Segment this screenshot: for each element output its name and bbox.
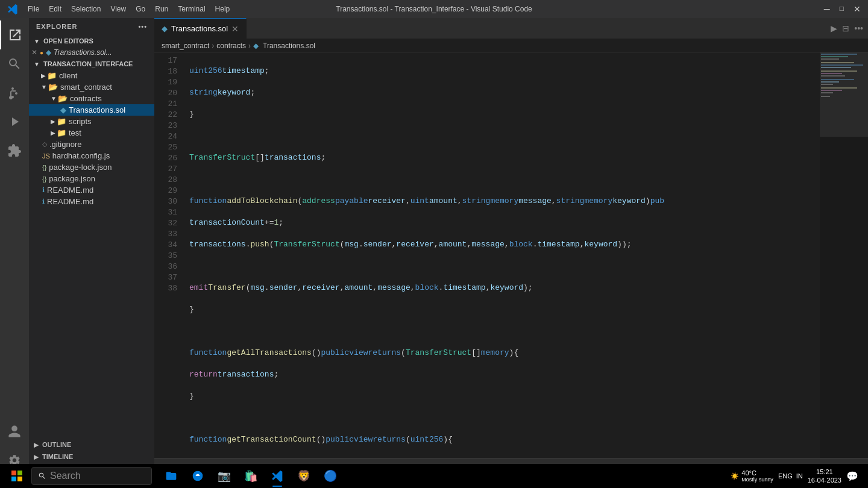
tab-transactions-sol[interactable]: ◆ Transactions.sol ✕ <box>154 18 247 39</box>
taskbar: Search 📷 🛍️ 🦁 🔵 ☀️ 40°C Mostly sunny ENG… <box>0 464 868 488</box>
open-editors-chevron: ▼ <box>34 38 40 45</box>
sidebar-item-smart-contract[interactable]: ▼ 📂 smart_contract <box>29 81 154 93</box>
menu-file[interactable]: File <box>28 5 39 13</box>
taskbar-start-button[interactable] <box>5 464 29 488</box>
sidebar-header: EXPLORER ••• <box>29 18 154 35</box>
activity-account[interactable] <box>0 417 29 446</box>
test-label: test <box>69 128 81 137</box>
sidebar-item-transactions-sol[interactable]: ◆ Transactions.sol <box>29 104 154 116</box>
scripts-chevron: ▶ <box>51 118 55 125</box>
menu-edit[interactable]: Edit <box>49 5 61 13</box>
sidebar-item-contracts[interactable]: ▼ 📂 contracts <box>29 93 154 104</box>
sidebar-item-package-json[interactable]: {} package.json <box>29 173 154 184</box>
sidebar-title: EXPLORER <box>36 23 78 30</box>
taskbar-search-label: Search <box>50 471 81 481</box>
project-section[interactable]: ▼ TRANSACTION_INTERFACE <box>29 58 154 70</box>
breadcrumb-contracts[interactable]: contracts <box>216 42 246 50</box>
editor-area: ◆ Transactions.sol ✕ ▶ ⊟ ••• smart_contr… <box>154 18 868 475</box>
taskbar-apps: 📷 🛍️ 🦁 🔵 <box>159 464 342 488</box>
svg-rect-19 <box>17 477 22 481</box>
activity-source-control[interactable] <box>0 78 29 107</box>
breadcrumb-smart-contract[interactable]: smart_contract <box>162 42 209 50</box>
close-button[interactable]: ✕ <box>854 4 861 14</box>
code-line-20 <box>189 131 820 142</box>
open-editors-section[interactable]: ▼ OPEN EDITORS <box>29 35 154 47</box>
taskbar-app-camera[interactable]: 📷 <box>212 464 236 488</box>
activity-search[interactable] <box>0 49 29 78</box>
taskbar-app-brave[interactable]: 🦁 <box>292 464 316 488</box>
js-icon: JS <box>42 152 50 160</box>
tab-close-icon[interactable]: ✕ <box>231 24 239 34</box>
sidebar-item-hardhat-config[interactable]: JS hardhat.config.js <box>29 150 154 161</box>
line-32: 32 <box>154 217 184 228</box>
timeline-section[interactable]: ▶ TIMELINE <box>29 451 154 463</box>
readme2-icon: ℹ <box>42 198 45 205</box>
line-28: 28 <box>154 174 184 185</box>
tabs-bar: ◆ Transactions.sol ✕ ▶ ⊟ ••• <box>154 18 868 39</box>
sidebar-item-package-lock[interactable]: {} package-lock.json <box>29 161 154 173</box>
taskbar-search-box[interactable]: Search <box>31 467 152 485</box>
code-line-35: return transactionCount; <box>189 456 820 458</box>
menu-view[interactable]: View <box>110 5 126 13</box>
menu-run[interactable]: Run <box>155 5 168 13</box>
minimize-button[interactable]: ─ <box>824 4 830 14</box>
line-23: 23 <box>154 120 184 131</box>
code-line-23: function addToBlockchain(address payable… <box>189 196 820 207</box>
breadcrumb-filename[interactable]: Transactions.sol <box>263 42 315 50</box>
menu-go[interactable]: Go <box>136 5 145 13</box>
modified-indicator: ● <box>40 49 43 56</box>
split-editor-icon[interactable]: ⊟ <box>842 23 849 33</box>
open-editors-file[interactable]: ✕ ● ◆ Transactions.sol... <box>29 47 154 58</box>
weather-desc: Mostly sunny <box>741 477 773 483</box>
smart-contract-label: smart_contract <box>60 83 112 92</box>
line-30: 30 <box>154 196 184 207</box>
code-line-17: uint256 timestamp; <box>189 66 820 77</box>
sidebar-item-scripts[interactable]: ▶ 📁 scripts <box>29 116 154 127</box>
taskbar-app-files[interactable] <box>159 464 183 488</box>
menu-terminal[interactable]: Terminal <box>178 5 205 13</box>
smart-contract-folder-icon: 📂 <box>48 83 58 92</box>
run-action-icon[interactable]: ▶ <box>831 23 837 33</box>
line-17: 17 <box>154 55 184 66</box>
menu-selection[interactable]: Selection <box>71 5 101 13</box>
activity-extensions[interactable] <box>0 136 29 165</box>
minimap <box>820 52 868 458</box>
taskbar-app-chrome[interactable]: 🔵 <box>318 464 342 488</box>
line-22: 22 <box>154 109 184 120</box>
sidebar-item-readme2[interactable]: ℹ README.md <box>29 196 154 207</box>
sidebar-item-test[interactable]: ▶ 📁 test <box>29 127 154 139</box>
gitignore-icon: ◇ <box>42 140 47 148</box>
title-controls: ─ □ ✕ <box>824 4 861 14</box>
code-line-18: string keyword; <box>189 87 820 98</box>
notification-center-icon[interactable]: 💬 <box>846 471 858 482</box>
editor-close-icon[interactable]: ✕ <box>31 48 37 57</box>
taskbar-lang[interactable]: ENG <box>778 472 793 480</box>
code-content[interactable]: uint256 timestamp; string keyword; } Tra… <box>184 52 820 458</box>
sidebar: EXPLORER ••• ▼ OPEN EDITORS ✕ ● ◆ Transa… <box>29 18 154 475</box>
sidebar-more-icon[interactable]: ••• <box>138 23 147 30</box>
sidebar-item-readme1[interactable]: ℹ README.md <box>29 184 154 196</box>
activity-run-debug[interactable] <box>0 107 29 136</box>
breadcrumb-sep1: › <box>212 42 214 50</box>
code-line-25: transactions.push(TransferStruct(msg.sen… <box>189 239 820 250</box>
taskbar-app-vscode[interactable] <box>265 464 289 488</box>
more-actions-icon[interactable]: ••• <box>854 23 863 33</box>
client-chevron: ▶ <box>41 72 46 79</box>
open-editor-filename: Transactions.sol... <box>54 48 112 57</box>
activity-explorer[interactable] <box>0 20 29 49</box>
taskbar-clock[interactable]: 15:21 16-04-2023 <box>808 468 841 485</box>
line-numbers: 17 18 19 20 21 22 23 24 25 26 27 28 29 3… <box>154 52 184 458</box>
code-line-26 <box>189 261 820 272</box>
maximize-button[interactable]: □ <box>840 4 844 14</box>
timeline-label: TIMELINE <box>42 453 73 460</box>
taskbar-region[interactable]: IN <box>796 472 803 480</box>
transactions-sol-icon: ◆ <box>60 105 66 114</box>
outline-section[interactable]: ▶ OUTLINE <box>29 439 154 451</box>
menu-help[interactable]: Help <box>215 5 230 13</box>
sidebar-item-client[interactable]: ▶ 📁 client <box>29 70 154 81</box>
weather-widget[interactable]: ☀️ 40°C Mostly sunny <box>731 469 773 483</box>
taskbar-app-edge[interactable] <box>186 464 210 488</box>
taskbar-app-store[interactable]: 🛍️ <box>239 464 263 488</box>
sidebar-item-gitignore[interactable]: ◇ .gitignore <box>29 139 154 150</box>
contracts-chevron: ▼ <box>51 95 57 102</box>
